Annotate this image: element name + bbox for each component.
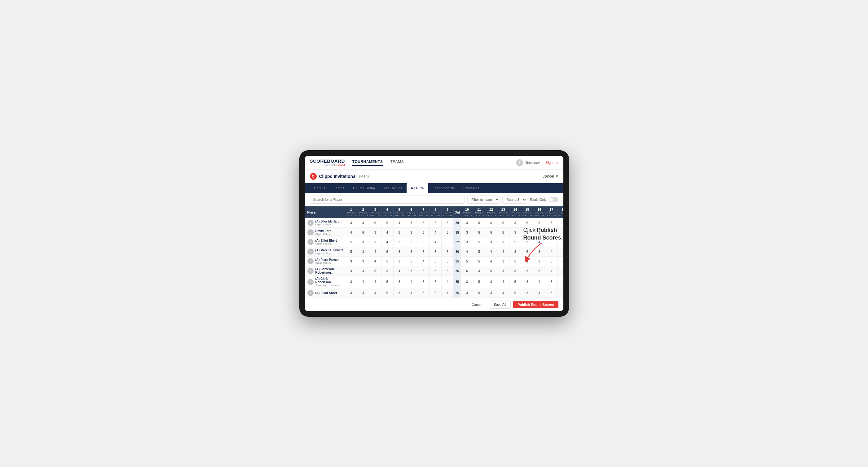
search-input[interactable]: [310, 195, 465, 204]
score-back-14[interactable]: 3: [509, 247, 521, 257]
score-hole-2[interactable]: 6: [357, 228, 369, 237]
score-hole-2[interactable]: 4: [357, 276, 369, 288]
score-hole-1[interactable]: 3: [345, 218, 357, 228]
score-hole-6[interactable]: 3: [405, 266, 417, 276]
score-back-15[interactable]: 3: [521, 288, 533, 298]
score-hole-3[interactable]: 3: [369, 237, 381, 247]
sign-out-link[interactable]: Sign out: [546, 161, 558, 164]
score-hole-1[interactable]: 4: [345, 266, 357, 276]
tab-details[interactable]: Details: [310, 183, 330, 193]
score-back-14[interactable]: 5: [509, 288, 521, 298]
score-back-11[interactable]: 5: [473, 247, 485, 257]
score-hole-1[interactable]: 3: [345, 276, 357, 288]
score-back-13[interactable]: 3: [497, 237, 509, 247]
score-back-11[interactable]: 5: [473, 288, 485, 298]
score-back-10[interactable]: 5: [461, 257, 473, 266]
score-hole-9[interactable]: 5: [442, 247, 454, 257]
score-hole-9[interactable]: 5: [442, 237, 454, 247]
score-back-17[interactable]: 3: [546, 276, 557, 288]
score-hole-7[interactable]: 4: [417, 257, 430, 266]
score-hole-9[interactable]: 3: [442, 218, 454, 228]
score-back-14[interactable]: 5: [509, 257, 521, 266]
score-back-10[interactable]: 3: [461, 237, 473, 247]
score-hole-5[interactable]: 4: [393, 218, 405, 228]
score-hole-7[interactable]: 3: [417, 288, 430, 298]
publish-round-scores-button[interactable]: Publish Round Scores: [513, 301, 558, 308]
score-hole-2[interactable]: 3: [357, 218, 369, 228]
score-back-14[interactable]: 3: [509, 218, 521, 228]
score-hole-9[interactable]: 4: [442, 288, 454, 298]
nav-teams[interactable]: TEAMS: [390, 160, 404, 166]
score-hole-6[interactable]: 2: [405, 237, 417, 247]
score-hole-3[interactable]: 5: [369, 218, 381, 228]
score-back-12[interactable]: 4: [485, 257, 497, 266]
score-hole-8[interactable]: 5: [430, 288, 442, 298]
score-hole-1[interactable]: 4: [345, 228, 357, 237]
score-hole-8[interactable]: 4: [430, 228, 442, 237]
score-back-12[interactable]: 5: [485, 228, 497, 237]
score-back-10[interactable]: 3: [461, 288, 473, 298]
score-back-14[interactable]: 3: [509, 266, 521, 276]
score-hole-6[interactable]: 4: [405, 276, 417, 288]
score-back-12[interactable]: 3: [485, 276, 497, 288]
score-hole-7[interactable]: 3: [417, 237, 430, 247]
score-hole-9[interactable]: 5: [442, 266, 454, 276]
score-hole-5[interactable]: 5: [393, 228, 405, 237]
score-hole-4[interactable]: 5: [381, 247, 393, 257]
score-hole-4[interactable]: 4: [381, 228, 393, 237]
score-back-17[interactable]: 3: [546, 288, 557, 298]
score-hole-4[interactable]: 5: [381, 257, 393, 266]
score-back-14[interactable]: 5: [509, 237, 521, 247]
score-hole-1[interactable]: 3: [345, 257, 357, 266]
score-back-10[interactable]: 6: [461, 266, 473, 276]
save-all-button[interactable]: Save All: [489, 301, 511, 309]
score-hole-7[interactable]: 6: [417, 228, 430, 237]
score-hole-7[interactable]: 5: [417, 266, 430, 276]
score-back-13[interactable]: 4: [497, 288, 509, 298]
nav-tournaments[interactable]: TOURNAMENTS: [352, 160, 383, 166]
score-hole-4[interactable]: 3: [381, 266, 393, 276]
score-hole-3[interactable]: 4: [369, 247, 381, 257]
score-hole-5[interactable]: 3: [393, 247, 405, 257]
score-hole-5[interactable]: 4: [393, 266, 405, 276]
score-hole-3[interactable]: 5: [369, 266, 381, 276]
score-hole-4[interactable]: 4: [381, 237, 393, 247]
score-back-15[interactable]: 3: [521, 276, 533, 288]
score-hole-9[interactable]: 3: [442, 228, 454, 237]
score-back-12[interactable]: 3: [485, 237, 497, 247]
cancel-tournament-button[interactable]: Cancel ✕: [542, 174, 558, 179]
score-hole-6[interactable]: 3: [405, 218, 417, 228]
score-hole-8[interactable]: 6: [430, 218, 442, 228]
score-back-13[interactable]: 3: [497, 257, 509, 266]
tab-tee-groups[interactable]: Tee Groups: [379, 183, 407, 193]
score-back-16[interactable]: 4: [533, 276, 546, 288]
score-hole-5[interactable]: 3: [393, 288, 405, 298]
score-back-10[interactable]: 4: [461, 247, 473, 257]
score-hole-2[interactable]: 3: [357, 237, 369, 247]
score-hole-5[interactable]: 3: [393, 276, 405, 288]
score-back-12[interactable]: 5: [485, 266, 497, 276]
score-hole-2[interactable]: 4: [357, 266, 369, 276]
score-back-11[interactable]: 3: [473, 266, 485, 276]
score-hole-7[interactable]: 5: [417, 218, 430, 228]
score-hole-5[interactable]: 3: [393, 237, 405, 247]
score-back-11[interactable]: 5: [473, 237, 485, 247]
score-hole-2[interactable]: 4: [357, 288, 369, 298]
tab-printables[interactable]: Printables: [459, 183, 484, 193]
totals-toggle-switch[interactable]: [549, 197, 558, 202]
score-hole-1[interactable]: 3: [345, 288, 357, 298]
score-back-16[interactable]: 4: [533, 288, 546, 298]
score-hole-5[interactable]: 3: [393, 257, 405, 266]
score-hole-8[interactable]: 4: [430, 237, 442, 247]
score-back-13[interactable]: 3: [497, 266, 509, 276]
score-back-12[interactable]: 6: [485, 218, 497, 228]
score-hole-9[interactable]: 4: [442, 276, 454, 288]
score-back-12[interactable]: 4: [485, 247, 497, 257]
score-hole-6[interactable]: 4: [405, 288, 417, 298]
score-hole-3[interactable]: 4: [369, 276, 381, 288]
score-back-11[interactable]: 5: [473, 257, 485, 266]
score-hole-2[interactable]: 3: [357, 257, 369, 266]
score-back-17[interactable]: 4: [546, 266, 557, 276]
score-hole-1[interactable]: 5: [345, 247, 357, 257]
score-hole-4[interactable]: 5: [381, 288, 393, 298]
